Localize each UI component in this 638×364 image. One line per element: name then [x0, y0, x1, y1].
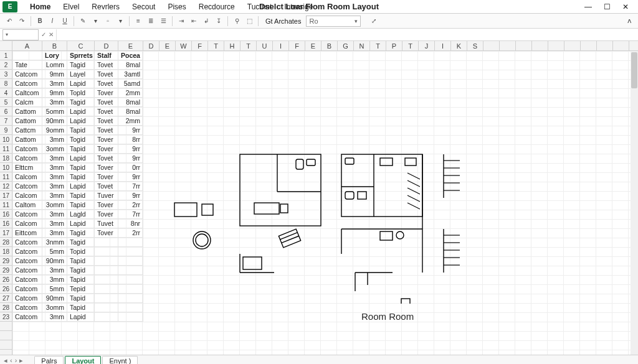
data-cell[interactable]: Tapid	[67, 172, 95, 182]
row-header[interactable]	[0, 322, 12, 331]
column-header[interactable]: T	[208, 41, 224, 50]
data-cell[interactable]: Tovet	[95, 182, 118, 191]
collapse-ribbon-icon[interactable]: ʌ	[627, 17, 634, 25]
data-cell[interactable]: Eittcom	[12, 228, 42, 238]
data-cell[interactable]: 2rr	[118, 228, 143, 238]
data-cell[interactable]: 9rr	[118, 154, 143, 163]
data-cell[interactable]: Catcom	[12, 238, 42, 247]
column-header[interactable]: T	[402, 41, 419, 50]
column-title-cell[interactable]: Lory	[42, 51, 67, 60]
data-cell[interactable]: 3omm	[42, 303, 67, 312]
menu-home[interactable]: Home	[25, 1, 55, 12]
column-header[interactable]: I	[435, 41, 451, 50]
menu-pises[interactable]: Pises	[163, 1, 191, 12]
data-cell[interactable]: 3mm	[42, 172, 67, 182]
data-cell[interactable]	[118, 294, 143, 303]
menu-recdource[interactable]: Recdource	[194, 1, 240, 12]
indent-button[interactable]: ⇥	[176, 16, 187, 26]
data-cell[interactable]	[118, 266, 143, 275]
data-cell[interactable]: Elttcm	[12, 163, 42, 172]
data-cell[interactable]: Tapid	[67, 200, 95, 210]
data-cell[interactable]: Tovet	[95, 154, 118, 163]
data-cell[interactable]: Catcom	[12, 294, 42, 303]
data-cell[interactable]: 3mm	[42, 191, 67, 200]
data-cell[interactable]: Tovet	[95, 70, 118, 79]
column-header[interactable]: P	[386, 41, 402, 50]
data-cell[interactable]: 8mal	[118, 60, 143, 70]
data-cell[interactable]: Catcom	[12, 266, 42, 275]
row-header[interactable]: 16	[0, 210, 12, 219]
vertical-scrollbar[interactable]	[631, 51, 638, 355]
data-cell[interactable]: Tovet	[95, 116, 118, 126]
data-cell[interactable]: Lapid	[67, 154, 95, 163]
data-cell[interactable]: 3mm	[42, 312, 67, 322]
row-header[interactable]: 29	[0, 256, 12, 266]
data-cell[interactable]: 0rr	[118, 163, 143, 172]
data-cell[interactable]: 5mm	[42, 284, 67, 294]
data-cell[interactable]: Tagid	[67, 238, 95, 247]
column-header[interactable]	[500, 41, 516, 50]
floor-plan-diagram[interactable]	[168, 129, 467, 304]
data-cell[interactable]	[118, 312, 143, 322]
data-cell[interactable]: 3nmm	[42, 238, 67, 247]
data-cell[interactable]: Tepid	[67, 284, 95, 294]
data-cell[interactable]: Catcom	[12, 247, 42, 256]
column-header[interactable]: I	[273, 41, 289, 50]
data-cell[interactable]: Cattom	[12, 107, 42, 116]
data-cell[interactable]: Lapid	[67, 107, 95, 116]
data-cell[interactable]: 8mal	[118, 107, 143, 116]
column-header[interactable]: U	[257, 41, 273, 50]
border-button[interactable]: ▫	[102, 16, 113, 26]
data-cell[interactable]: Cattom	[12, 116, 42, 126]
format-button[interactable]: ⬚	[244, 16, 255, 26]
data-cell[interactable]: Tovet	[95, 79, 118, 88]
column-header[interactable]: B	[42, 41, 67, 50]
row-header[interactable]: 3	[0, 70, 12, 79]
data-cell[interactable]	[95, 294, 118, 303]
sort-button[interactable]: ↧	[213, 16, 224, 26]
redo-button[interactable]: ↷	[16, 16, 27, 26]
column-header[interactable]: F	[192, 41, 208, 50]
data-cell[interactable]: Tapid	[67, 126, 95, 135]
data-cell[interactable]: 3amtl	[118, 70, 143, 79]
data-cell[interactable]	[118, 303, 143, 312]
data-cell[interactable]: Tover	[95, 210, 118, 219]
data-cell[interactable]	[118, 238, 143, 247]
data-cell[interactable]: 7rr	[118, 210, 143, 219]
column-header[interactable]: F	[289, 41, 305, 50]
data-cell[interactable]: Lapid	[67, 182, 95, 191]
column-header[interactable]: E	[118, 41, 143, 50]
row-header[interactable]: 7	[0, 116, 12, 126]
data-cell[interactable]: Catcom	[12, 144, 42, 154]
data-cell[interactable]: Tapid	[67, 191, 95, 200]
data-cell[interactable]: Catcom	[12, 303, 42, 312]
minimize-button[interactable]: —	[579, 1, 597, 12]
sheet-nav-button[interactable]: ›	[15, 357, 17, 364]
data-cell[interactable]: 8nr	[118, 219, 143, 228]
data-cell[interactable]: Tapid	[67, 144, 95, 154]
row-header[interactable]: 18	[0, 247, 12, 256]
data-cell[interactable]: Catcom	[12, 210, 42, 219]
data-cell[interactable]: Tagid	[67, 98, 95, 107]
data-cell[interactable]: Lapid	[67, 116, 95, 126]
data-cell[interactable]: Tapid	[67, 303, 95, 312]
column-header[interactable]: S	[467, 41, 483, 50]
column-header[interactable]	[516, 41, 532, 50]
column-title-cell[interactable]	[12, 51, 42, 60]
data-cell[interactable]: Catcom	[12, 312, 42, 322]
column-header[interactable]	[532, 41, 548, 50]
data-cell[interactable]: 3mm	[42, 182, 67, 191]
data-cell[interactable]: 3mm	[42, 210, 67, 219]
name-box[interactable]	[2, 29, 39, 40]
data-cell[interactable]: Tover	[95, 200, 118, 210]
data-cell[interactable]: Catcom	[12, 70, 42, 79]
row-header[interactable]	[0, 340, 12, 350]
data-cell[interactable]: Lapid	[67, 219, 95, 228]
data-cell[interactable]: Caltom	[12, 200, 42, 210]
data-cell[interactable]: Catcom	[12, 284, 42, 294]
data-cell[interactable]: 5omm	[42, 107, 67, 116]
data-cell[interactable]: 90mm	[42, 116, 67, 126]
scroll-thumb[interactable]	[631, 52, 637, 88]
row-header[interactable]: 26	[0, 275, 12, 284]
data-cell[interactable]: Tovet	[95, 98, 118, 107]
